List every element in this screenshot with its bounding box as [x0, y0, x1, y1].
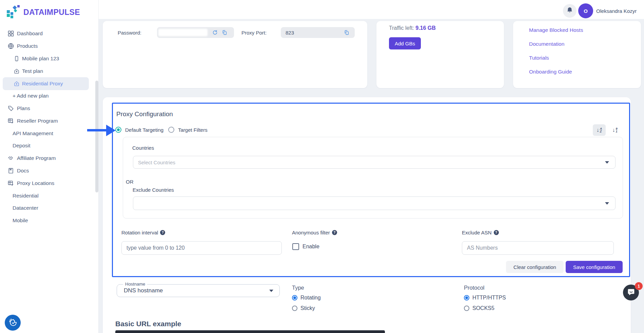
hostname-label: Hostname: [123, 282, 147, 287]
arrow-down-icon: ↓: [612, 127, 615, 133]
globe-icon: [7, 43, 14, 49]
exclude-asn-label-row: Exclude ASN: [462, 230, 499, 235]
top-bar: [99, 0, 644, 19]
table-edit-icon: [7, 118, 14, 124]
docs-icon: [7, 167, 14, 174]
hostname-select[interactable]: Hostname DNS hostname: [117, 284, 280, 297]
dashboard-grid-icon: [7, 30, 14, 37]
avatar[interactable]: O: [578, 3, 593, 18]
chevron-down-icon: [605, 202, 609, 205]
copy-password-icon[interactable]: [222, 30, 227, 35]
radio-selected-icon: [292, 295, 297, 300]
sidebar-item-affiliate-program[interactable]: Affiliate Program: [3, 152, 89, 165]
clear-configuration-button[interactable]: Clear configuration: [506, 261, 564, 273]
sidebar: DATAIMPULSE Dashboard Products Mobile pl…: [0, 0, 99, 333]
sidebar-scrollbar[interactable]: [95, 81, 98, 192]
exclude-countries-label: Exclude Countries: [133, 187, 174, 193]
sidebar-item-add-new-plan[interactable]: + Add new plan: [3, 89, 89, 102]
sidebar-item-docs[interactable]: Docs: [3, 164, 89, 177]
help-icon[interactable]: [160, 230, 165, 235]
checkbox-unchecked-icon: [292, 243, 299, 250]
chevron-down-icon: [269, 290, 273, 292]
tag-icon: [7, 105, 14, 112]
manage-blocked-hosts-link[interactable]: Manage Blocked Hosts: [529, 27, 583, 33]
anonymous-filter-label-row: Anonymous filter: [292, 230, 337, 235]
chat-unread-badge: 1: [635, 282, 643, 290]
protocol-heading: Protocol: [464, 285, 485, 291]
proxy-port-field: [281, 27, 355, 38]
radio-selected-icon: [464, 295, 469, 300]
bell-icon: [566, 7, 573, 15]
target-filters-radio[interactable]: Target Filters: [168, 127, 208, 133]
cookie-icon: [8, 317, 18, 328]
rotation-interval-label-row: Rotation interval: [121, 230, 165, 235]
anonymous-enable-checkbox[interactable]: Enable: [292, 243, 319, 250]
regenerate-password-icon[interactable]: [212, 30, 218, 35]
password-value-blurred: [158, 29, 208, 36]
save-configuration-button[interactable]: Save configuration: [566, 261, 623, 273]
sidebar-item-deposit[interactable]: Deposit: [3, 139, 89, 152]
sidebar-item-mobile[interactable]: Mobile: [3, 214, 89, 227]
url-example-code-block: [115, 330, 385, 333]
sidebar-item-api-management[interactable]: API Management: [3, 127, 89, 140]
help-icon[interactable]: [494, 230, 499, 235]
chevron-down-icon: [605, 161, 609, 164]
pointer-arrow-head: [106, 125, 116, 136]
traffic-left-value: 9.16 GB: [415, 25, 436, 31]
arrow-down-icon: ↓: [597, 127, 599, 133]
tutorials-link[interactable]: Tutorials: [529, 55, 549, 61]
password-field[interactable]: [157, 27, 234, 38]
radio-unselected-icon: [168, 127, 174, 133]
help-icon[interactable]: [332, 230, 337, 235]
type-heading: Type: [292, 285, 304, 291]
traffic-left-line: Traffic left: 9.16 GB: [389, 25, 436, 31]
sidebar-item-datacenter[interactable]: Datacenter: [3, 202, 89, 214]
copy-port-icon[interactable]: [344, 30, 349, 35]
proxy-port-label: Proxy Port:: [241, 30, 267, 36]
radio-selected-icon: [115, 127, 121, 133]
type-sticky-radio[interactable]: Sticky: [292, 305, 315, 311]
sort-alphabetical-button[interactable]: ↓ AZ: [593, 124, 606, 136]
sidebar-item-plans[interactable]: Plans: [3, 102, 89, 115]
table-edit-icon: [7, 180, 14, 187]
radio-unselected-icon: [464, 306, 469, 311]
add-gbs-button[interactable]: Add GBs: [389, 37, 421, 49]
traffic-left-label: Traffic left:: [389, 25, 414, 31]
sidebar-item-residential[interactable]: Residential: [3, 189, 89, 202]
rotation-interval-input[interactable]: [121, 241, 282, 255]
protocol-socks5-radio[interactable]: SOCKS5: [464, 305, 494, 311]
smartphone-icon: [14, 56, 20, 62]
handshake-icon: [7, 155, 14, 162]
basic-url-example-title: Basic URL example: [115, 320, 181, 328]
home-pin-icon: [14, 81, 20, 87]
hostname-value: DNS hostname: [124, 287, 163, 294]
radio-unselected-icon: [292, 306, 297, 311]
brand-name: DATAIMPULSE: [23, 8, 80, 17]
documentation-link[interactable]: Documentation: [529, 41, 564, 47]
cookie-consent-button[interactable]: [5, 315, 21, 331]
brand-logo[interactable]: DATAIMPULSE: [6, 4, 80, 20]
sidebar-item-proxy-locations[interactable]: Proxy Locations: [3, 177, 89, 190]
sidebar-item-test-plan[interactable]: Test plan: [3, 65, 89, 78]
sidebar-item-mobile-plan-123[interactable]: Mobile plan 123: [3, 52, 89, 65]
app-window: O Oleksandra Kozyr DATAIMPULSE Dashboard: [0, 0, 644, 333]
proxy-configuration-title: Proxy Configuration: [116, 110, 173, 118]
user-name: Oleksandra Kozyr: [596, 8, 637, 14]
protocol-http-radio[interactable]: HTTP/HTTPS: [464, 295, 506, 301]
onboarding-guide-link[interactable]: Onboarding Guide: [529, 69, 572, 75]
notifications-button[interactable]: [563, 4, 577, 18]
select-countries-placeholder: Select Countries: [138, 160, 175, 165]
pointer-arrow: [87, 129, 107, 131]
select-countries-dropdown[interactable]: Select Countries: [133, 156, 616, 169]
chat-bubble-icon: [627, 288, 636, 298]
countries-label: Countries: [132, 145, 154, 151]
sidebar-item-reseller-program[interactable]: Reseller Program: [3, 115, 89, 127]
type-rotating-radio[interactable]: Rotating: [292, 295, 321, 301]
sort-numeric-button[interactable]: ↓ 91: [609, 124, 621, 136]
sidebar-item-residential-proxy[interactable]: Residential Proxy: [3, 77, 89, 90]
sidebar-item-dashboard[interactable]: Dashboard: [3, 27, 89, 40]
default-targeting-radio[interactable]: Default Targeting: [115, 127, 163, 133]
exclude-asn-input[interactable]: [462, 241, 614, 255]
exclude-countries-dropdown[interactable]: [133, 196, 616, 210]
sidebar-item-products[interactable]: Products: [3, 40, 89, 53]
